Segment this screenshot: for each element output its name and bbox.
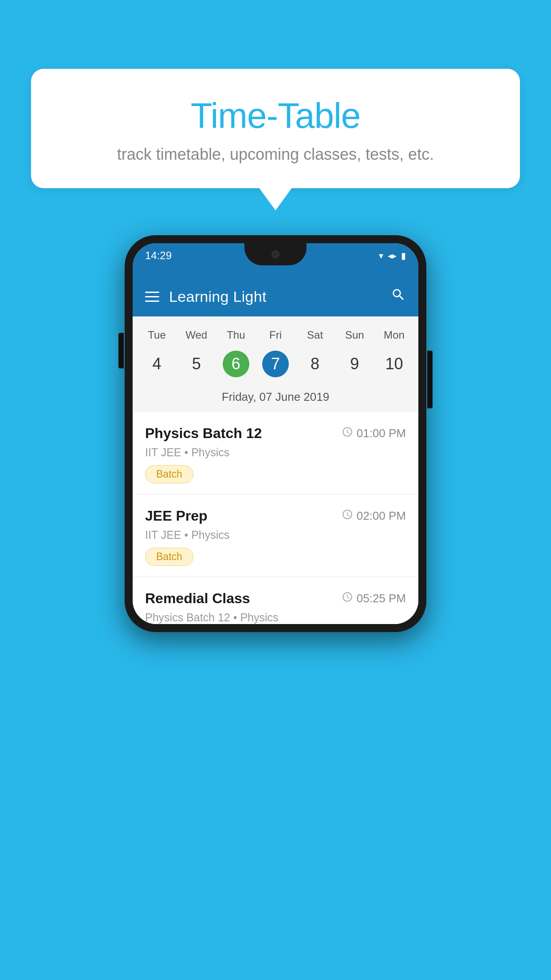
day-label-tue: Tue bbox=[137, 325, 177, 345]
date-9[interactable]: 9 bbox=[335, 348, 374, 379]
speech-bubble-wrapper: Time-Table track timetable, upcoming cla… bbox=[31, 69, 520, 210]
signal-icon: ◂▸ bbox=[388, 250, 397, 261]
battery-icon: ▮ bbox=[401, 250, 406, 261]
camera-dot bbox=[272, 250, 279, 258]
schedule-item-2[interactable]: JEE Prep 02:00 PM IIT JEE • Physics Batc… bbox=[133, 494, 418, 577]
app-bar: Learning Light bbox=[133, 277, 418, 316]
calendar-days-header: Tue Wed Thu Fri Sat Sun Mon bbox=[133, 325, 418, 345]
date-8[interactable]: 8 bbox=[295, 348, 335, 379]
day-label-sun: Sun bbox=[335, 325, 374, 345]
date-6[interactable]: 6 bbox=[216, 348, 256, 379]
wifi-icon: ▾ bbox=[379, 250, 383, 261]
date-4[interactable]: 4 bbox=[137, 348, 177, 379]
clock-icon-2 bbox=[342, 509, 353, 523]
schedule-item-2-subtitle: IIT JEE • Physics bbox=[145, 529, 406, 541]
schedule-item-3-header: Remedial Class 05:25 PM bbox=[145, 590, 406, 607]
app-title: Learning Light bbox=[169, 288, 267, 305]
batch-badge-2: Batch bbox=[145, 548, 193, 566]
schedule-item-2-time: 02:00 PM bbox=[342, 509, 406, 523]
schedule-item-1-title: Physics Batch 12 bbox=[145, 425, 262, 442]
schedule-item-3-subtitle: Physics Batch 12 • Physics bbox=[145, 611, 406, 624]
phone-wrapper: 14:29 ▾ ◂▸ ▮ Learning Light bbox=[125, 235, 426, 632]
day-label-thu: Thu bbox=[216, 325, 256, 345]
date-7[interactable]: 7 bbox=[256, 348, 295, 379]
speech-bubble-arrow bbox=[259, 187, 292, 210]
schedule-item-3-time: 05:25 PM bbox=[342, 591, 406, 606]
phone-screen-top: 14:29 ▾ ◂▸ ▮ bbox=[133, 243, 418, 277]
speech-bubble-title: Time-Table bbox=[53, 95, 498, 136]
schedule-item-2-title: JEE Prep bbox=[145, 508, 208, 524]
batch-badge-1: Batch bbox=[145, 465, 193, 483]
schedule-item-1-time: 01:00 PM bbox=[342, 426, 406, 441]
schedule-item-1[interactable]: Physics Batch 12 01:00 PM IIT JEE • Phys… bbox=[133, 412, 418, 494]
menu-button[interactable] bbox=[145, 292, 159, 302]
schedule-item-3-title: Remedial Class bbox=[145, 590, 250, 607]
speech-bubble-subtitle: track timetable, upcoming classes, tests… bbox=[53, 145, 498, 164]
speech-bubble: Time-Table track timetable, upcoming cla… bbox=[31, 69, 520, 188]
date-10[interactable]: 10 bbox=[374, 348, 414, 379]
status-icons: ▾ ◂▸ ▮ bbox=[379, 250, 406, 261]
notch bbox=[244, 243, 307, 265]
calendar-section: Tue Wed Thu Fri Sat Sun Mon 4 5 bbox=[133, 316, 418, 412]
day-label-sat: Sat bbox=[295, 325, 335, 345]
day-label-fri: Fri bbox=[256, 325, 295, 345]
schedule-item-1-subtitle: IIT JEE • Physics bbox=[145, 446, 406, 459]
date-5[interactable]: 5 bbox=[177, 348, 216, 379]
schedule-item-3[interactable]: Remedial Class 05:25 PM Physics Batch 12… bbox=[133, 577, 418, 624]
schedule-list: Physics Batch 12 01:00 PM IIT JEE • Phys… bbox=[133, 412, 418, 624]
calendar-dates: 4 5 6 7 8 9 bbox=[133, 345, 418, 386]
clock-icon-1 bbox=[342, 426, 353, 441]
phone-screen: 14:29 ▾ ◂▸ ▮ Learning Light bbox=[133, 243, 418, 624]
schedule-item-1-header: Physics Batch 12 01:00 PM bbox=[145, 425, 406, 442]
search-button[interactable] bbox=[391, 287, 406, 306]
day-label-mon: Mon bbox=[374, 325, 414, 345]
app-bar-left: Learning Light bbox=[145, 288, 267, 305]
schedule-item-2-header: JEE Prep 02:00 PM bbox=[145, 508, 406, 524]
selected-date-label: Friday, 07 June 2019 bbox=[133, 386, 418, 412]
day-label-wed: Wed bbox=[177, 325, 216, 345]
phone-outer: 14:29 ▾ ◂▸ ▮ Learning Light bbox=[125, 235, 426, 632]
clock-icon-3 bbox=[342, 591, 353, 606]
status-time: 14:29 bbox=[145, 249, 172, 262]
